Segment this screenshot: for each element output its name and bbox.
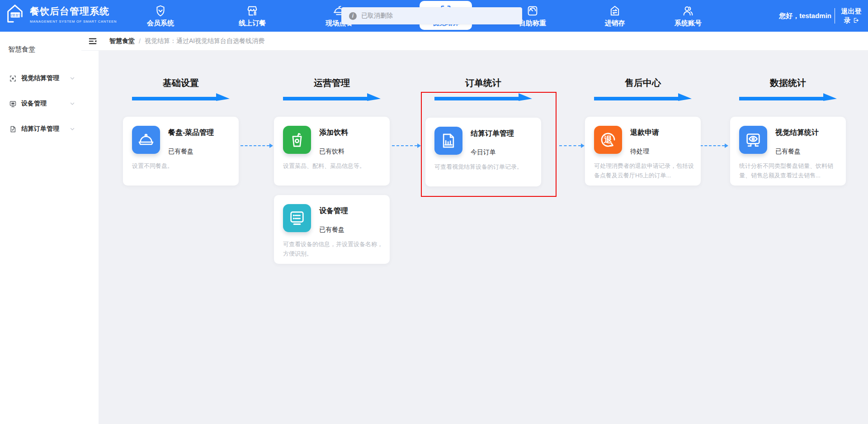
column-arrow xyxy=(594,93,692,101)
flow-connector xyxy=(559,145,581,146)
shield-check-icon xyxy=(154,4,167,18)
card-add-drink[interactable]: 添加饮料 已有饮料 设置菜品、配料、菜品信息等。 xyxy=(274,117,390,186)
sidebar: 智慧食堂 视觉结算管理 设备管理 xyxy=(0,32,81,424)
column-arrow xyxy=(283,93,381,101)
column-title-basic-setup: 基础设置 xyxy=(123,77,239,89)
nav-label: 自助称重 xyxy=(519,19,546,28)
flow-connector xyxy=(392,145,417,146)
device-monitor-icon xyxy=(283,204,311,232)
nav-label: 会员系统 xyxy=(147,19,174,28)
sidebar-item-label: 视觉结算管理 xyxy=(21,74,70,82)
card-title: 设备管理 xyxy=(319,206,348,216)
breadcrumb-current: 视觉结算：通过AI视觉结算台自选餐线消费 xyxy=(145,37,264,45)
column-title-order-stats: 订单统计 xyxy=(425,77,541,89)
app-title: 餐饮后台管理系统 xyxy=(30,5,117,18)
column-arrow xyxy=(434,93,532,101)
flow-canvas: 基础设置 运营管理 订单统计 售后中心 数据统计 餐盘-菜品管理 已有餐盘 设置… xyxy=(99,51,868,424)
scale-icon xyxy=(526,4,539,18)
sidebar-item-label: 设备管理 xyxy=(21,100,70,108)
column-title-operations: 运营管理 xyxy=(274,77,390,89)
sidebar-menu: 视觉结算管理 设备管理 结算订单管理 xyxy=(0,66,81,142)
card-title: 结算订单管理 xyxy=(471,129,514,138)
info-icon: i xyxy=(349,12,357,20)
card-description: 可查看视觉结算设备的订单记录。 xyxy=(434,162,535,172)
chevron-down-icon xyxy=(70,76,75,81)
flow-connector xyxy=(241,145,269,146)
card-subtitle: 今日订单 xyxy=(471,148,496,157)
card-description: 统计分析不同类型餐盘销量、饮料销量、销售总额及查看过去销售... xyxy=(739,161,840,180)
toast-message: i 已取消删除 xyxy=(341,7,522,24)
chevron-down-icon xyxy=(70,126,75,132)
card-title: 添加饮料 xyxy=(319,128,348,138)
card-description: 可查看设备的信息，并设置设备名称，方便识别。 xyxy=(283,239,383,258)
card-title: 餐盘-菜品管理 xyxy=(168,128,214,138)
chevron-down-icon xyxy=(70,101,75,106)
breadcrumb-separator: / xyxy=(139,38,141,45)
card-description: 设置菜品、配料、菜品信息等。 xyxy=(283,161,383,171)
order-doc-icon xyxy=(9,125,17,133)
app-logo-icon: 智慧食堂 xyxy=(5,4,25,24)
sidebar-title: 智慧食堂 xyxy=(0,32,81,54)
breadcrumb-root[interactable]: 智慧食堂 xyxy=(109,37,135,45)
stats-monitor-icon xyxy=(739,126,767,154)
card-settle-order-mgmt[interactable]: 结算订单管理 今日订单 可查看视觉结算设备的订单记录。 xyxy=(425,118,541,186)
visual-checkout-icon xyxy=(9,75,17,82)
sidebar-item-device-mgmt[interactable]: 设备管理 xyxy=(0,91,81,116)
sidebar-item-settle-order-mgmt[interactable]: 结算订单管理 xyxy=(0,116,81,142)
card-subtitle: 已有餐盘 xyxy=(168,148,193,156)
svg-text:退: 退 xyxy=(604,135,613,144)
inventory-icon xyxy=(608,4,622,18)
logout-button[interactable]: 退出登录 xyxy=(838,7,864,25)
column-title-after-sales: 售后中心 xyxy=(585,77,701,89)
refund-icon: 退 xyxy=(594,126,622,154)
nav-label: 进销存 xyxy=(605,19,625,28)
logout-icon xyxy=(853,17,859,24)
divider xyxy=(835,8,835,24)
user-greeting: 您好，testadmin xyxy=(779,12,831,20)
brand: 智慧食堂 餐饮后台管理系统 MANAGEMENT SYSTEM OF SMART… xyxy=(5,4,117,24)
card-subtitle: 已有饮料 xyxy=(319,148,344,156)
storefront-icon xyxy=(245,4,259,18)
column-arrow xyxy=(739,93,837,101)
card-subtitle: 待处理 xyxy=(630,148,649,156)
card-plate-dish-mgmt[interactable]: 餐盘-菜品管理 已有餐盘 设置不同餐盘。 xyxy=(123,117,239,186)
card-visual-checkout-stats[interactable]: 视觉结算统计 已有餐盘 统计分析不同类型餐盘销量、饮料销量、销售总额及查看过去销… xyxy=(730,117,846,186)
sidebar-collapse-icon[interactable] xyxy=(88,36,98,46)
column-title-data-stats: 数据统计 xyxy=(730,77,846,89)
breadcrumb-bar: 智慧食堂 / 视觉结算：通过AI视觉结算台自选餐线消费 xyxy=(81,32,868,51)
nav-item-system-account[interactable]: 系统账号 xyxy=(661,0,715,32)
toast-text: 已取消删除 xyxy=(361,12,393,20)
card-title: 视觉结算统计 xyxy=(775,128,819,138)
card-refund-request[interactable]: 退 退款申请 待处理 可处理消费者的退款申请记录，包括设备点餐及云餐厅H5上的订… xyxy=(585,117,701,186)
nav-item-inventory[interactable]: 进销存 xyxy=(588,0,642,32)
device-icon xyxy=(9,100,17,108)
logo-text: 智慧食堂 xyxy=(9,14,22,17)
accounts-icon xyxy=(681,4,695,18)
sidebar-item-label: 结算订单管理 xyxy=(21,125,70,133)
nav-item-online-order[interactable]: 线上订餐 xyxy=(225,0,279,32)
card-subtitle: 已有餐盘 xyxy=(319,226,344,234)
nav-label: 线上订餐 xyxy=(239,19,266,28)
nav-item-member-system[interactable]: 会员系统 xyxy=(133,0,188,32)
app-subtitle: MANAGEMENT SYSTEM OF SMART CANTEEN xyxy=(30,19,117,24)
user-area: 您好，testadmin 退出登录 xyxy=(779,0,864,32)
column-arrow xyxy=(132,93,230,101)
sidebar-item-visual-checkout-mgmt[interactable]: 视觉结算管理 xyxy=(0,66,81,91)
drink-icon xyxy=(283,126,311,154)
card-description: 设置不同餐盘。 xyxy=(132,161,232,171)
card-description: 可处理消费者的退款申请记录，包括设备点餐及云餐厅H5上的订单... xyxy=(594,161,694,180)
card-subtitle: 已有餐盘 xyxy=(775,148,801,156)
card-device-mgmt[interactable]: 设备管理 已有餐盘 可查看设备的信息，并设置设备名称，方便识别。 xyxy=(274,195,390,264)
card-title: 退款申请 xyxy=(630,128,659,138)
nav-label: 系统账号 xyxy=(675,19,702,28)
cloche-icon xyxy=(132,126,160,154)
order-report-icon xyxy=(434,127,462,155)
